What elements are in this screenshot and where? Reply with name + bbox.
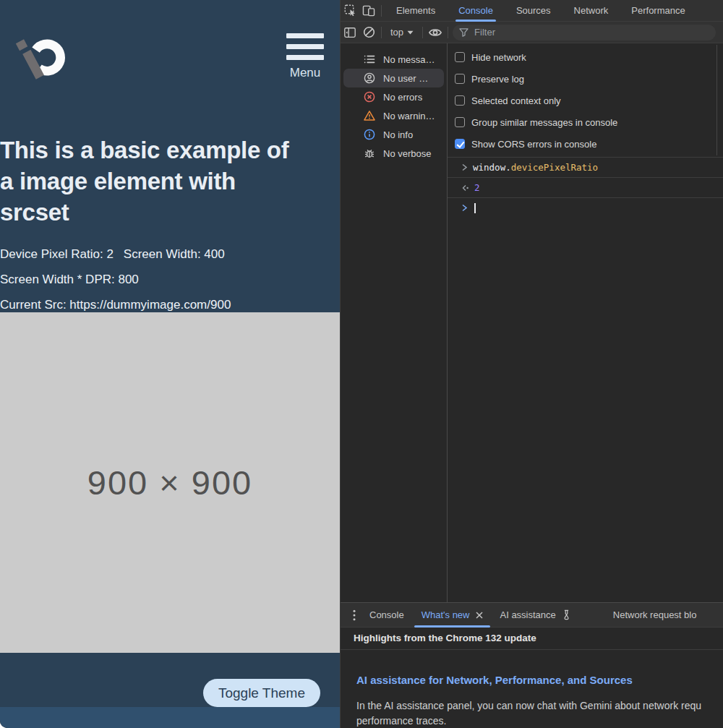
more-tools-icon[interactable] [348, 606, 361, 625]
divider [448, 27, 448, 38]
expression-property: devicePixelRatio [511, 162, 598, 173]
page-title-line: This is a basic example of [0, 134, 340, 166]
sidebar-item-warnings[interactable]: No warnin… [341, 106, 447, 125]
checkbox-icon [455, 117, 465, 127]
console-sidebar-toggle-icon[interactable] [341, 23, 359, 42]
drawer-tab-whats-new[interactable]: What's new [413, 603, 492, 628]
sidebar-item-label: No verbose [383, 148, 431, 159]
hamburger-icon [286, 33, 324, 60]
console-sidebar: No messa… No user … [341, 43, 448, 602]
placeholder-image: 900 × 900 [0, 312, 340, 653]
placeholder-image-text: 900 × 900 [87, 463, 252, 502]
text-cursor [474, 203, 476, 213]
site-logo-icon[interactable] [14, 23, 74, 95]
user-icon [364, 72, 375, 84]
checkbox-group-similar[interactable]: Group similar messages in console [455, 111, 723, 133]
info-icon [364, 129, 375, 140]
tab-sources[interactable]: Sources [505, 0, 562, 22]
clear-console-icon[interactable] [359, 23, 378, 42]
sidebar-item-label: No warnin… [383, 111, 435, 121]
sidebar-item-label: No errors [383, 92, 422, 103]
context-selector-value: top [390, 27, 403, 38]
return-value-icon [461, 184, 469, 192]
console-filter[interactable] [453, 25, 716, 40]
stat-line: Device Pixel Ratio: 2Screen Width: 400 [0, 247, 340, 262]
result-value: 2 [474, 182, 480, 193]
page-footer [0, 707, 340, 728]
chevron-down-icon [407, 30, 414, 35]
sidebar-item-messages[interactable]: No messa… [341, 50, 447, 69]
drawer-tab-console[interactable]: Console [361, 603, 413, 628]
filter-input[interactable] [473, 26, 709, 38]
tab-console[interactable]: Console [447, 0, 505, 22]
drawer-tabbar: Console What's new AI assistance Network… [341, 603, 723, 628]
menu-label: Menu [290, 66, 321, 80]
live-expression-eye-icon[interactable] [426, 23, 445, 42]
devtools-tabbar: Elements Console Sources Network Perform… [341, 0, 723, 22]
stat-width-dpr: Screen Width * DPR: 800 [0, 273, 340, 287]
drawer-tab-network-request-blocking[interactable]: Network request blo [604, 603, 706, 628]
divider [381, 5, 382, 17]
checkbox-icon [455, 139, 465, 149]
divider [381, 27, 382, 38]
checkbox-selected-context[interactable]: Selected context only [455, 90, 723, 111]
checkbox-label: Show CORS errors in console [471, 139, 596, 150]
checkbox-preserve-log[interactable]: Preserve log [455, 68, 723, 90]
checkbox-label: Selected context only [471, 95, 561, 106]
sidebar-item-info[interactable]: No info [341, 125, 447, 144]
list-icon [364, 53, 375, 65]
drawer-tab-ai-assistance[interactable]: AI assistance [492, 603, 580, 628]
screenshot: Menu This is a basic example of a image … [0, 0, 723, 728]
toggle-theme-button[interactable]: Toggle Theme [203, 679, 320, 707]
drawer-tab-label: What's new [422, 609, 470, 620]
drawer-tab-label: Network request blo [613, 609, 697, 620]
drawer-tab-label: AI assistance [500, 609, 556, 620]
console-toolbar: top [341, 22, 723, 43]
tab-elements[interactable]: Elements [385, 0, 447, 22]
sidebar-item-label: No user … [383, 73, 428, 84]
tab-performance[interactable]: Performance [620, 0, 696, 22]
page-title-line: srcset [0, 197, 340, 228]
drawer-tab-label: Console [369, 609, 404, 620]
console-body: No messa… No user … [341, 43, 723, 602]
menu-button[interactable]: Menu [286, 33, 324, 80]
article-title[interactable]: AI assistance for Network, Performance, … [356, 674, 723, 686]
sidebar-item-label: No info [383, 129, 413, 140]
devtools-drawer: Console What's new AI assistance Network… [341, 602, 723, 728]
console-prompt[interactable] [448, 198, 723, 218]
expression-chevron-icon [461, 163, 468, 171]
web-page: Menu This is a basic example of a image … [0, 0, 340, 728]
device-toolbar-icon[interactable] [359, 1, 378, 20]
filter-funnel-icon [459, 28, 469, 37]
page-title-line: a image element with [0, 166, 340, 197]
checkbox-label: Group similar messages in console [471, 117, 617, 128]
console-result-row[interactable]: 2 [448, 178, 723, 198]
checkbox-label: Hide network [471, 52, 526, 63]
checkbox-icon [455, 52, 465, 62]
close-icon[interactable] [476, 612, 483, 619]
console-expression: window.devicePixelRatio [473, 162, 598, 173]
checkbox-hide-network[interactable]: Hide network [455, 46, 723, 68]
checkbox-show-cors[interactable]: Show CORS errors in console [455, 133, 723, 155]
stat-screen-width: Screen Width: 400 [124, 247, 225, 261]
article-body-line: In the AI assistance panel, you can now … [356, 698, 723, 714]
sidebar-item-verbose[interactable]: No verbose [341, 144, 447, 163]
checkbox-icon [455, 74, 465, 84]
expression-object: window. [473, 162, 511, 173]
context-selector[interactable]: top [385, 27, 419, 38]
error-icon [364, 91, 375, 103]
console-settings-pane: Hide network Preserve log Selected conte… [448, 43, 723, 158]
stat-current-src: Current Src: https://dummyimage.com/900 [0, 298, 340, 312]
console-expression-row[interactable]: window.devicePixelRatio [448, 158, 723, 178]
tab-network[interactable]: Network [562, 0, 620, 22]
sidebar-item-errors[interactable]: No errors [341, 87, 447, 106]
whats-new-subheader: Highlights from the Chrome 132 update [341, 628, 723, 650]
whats-new-article: AI assistance for Network, Performance, … [341, 650, 723, 728]
sidebar-item-user-messages[interactable]: No user … [343, 69, 444, 87]
warning-icon [364, 110, 375, 121]
devtools-panel: Elements Console Sources Network Perform… [340, 0, 723, 728]
article-body-line: performance traces. [356, 715, 447, 727]
page-title: This is a basic example of a image eleme… [0, 134, 340, 228]
inspect-element-icon[interactable] [341, 1, 359, 20]
experiment-flask-icon [562, 609, 571, 620]
